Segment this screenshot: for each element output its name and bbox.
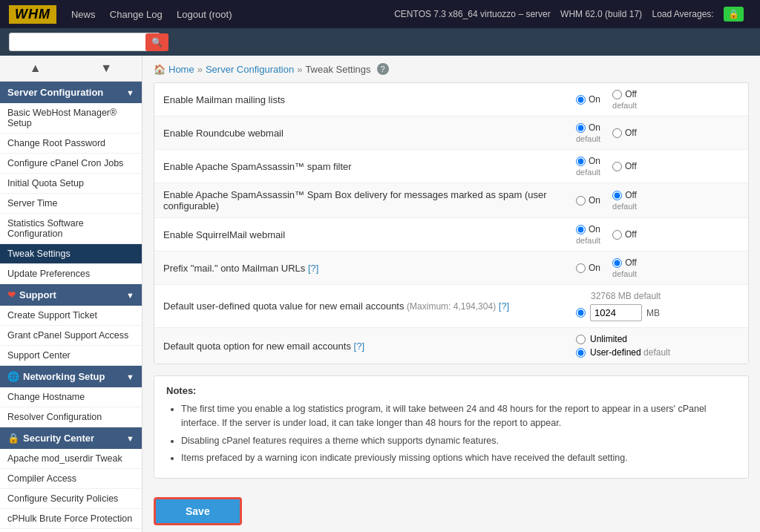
spamassassin-off-radio[interactable] bbox=[612, 162, 622, 171]
sidebar-item-stats-software[interactable]: Statistics Software Configuration bbox=[0, 214, 142, 244]
sidebar-item-tweak-settings[interactable]: Tweak Settings bbox=[0, 244, 142, 264]
default-badge-sa: default bbox=[576, 168, 600, 177]
nav-down-arrow[interactable]: ▼ bbox=[71, 56, 142, 81]
sidebar-item-support-center[interactable]: Support Center bbox=[0, 346, 142, 366]
quota-unlimited-radio[interactable] bbox=[576, 335, 586, 344]
lock-icon: 🔒 bbox=[724, 7, 744, 22]
setting-controls-spambox: On Off default bbox=[576, 190, 739, 211]
setting-label-spamassassin: Enable Apache SpamAssassin™ spam filter bbox=[163, 161, 576, 172]
sidebar-item-cron[interactable]: Configure cPanel Cron Jobs bbox=[0, 154, 142, 174]
quota-option-help-link[interactable]: [?] bbox=[354, 341, 364, 352]
sidebar-item-create-ticket[interactable]: Create Support Ticket bbox=[0, 306, 142, 326]
setting-label-mailman-prefix: Prefix "mail." onto Mailman URLs [?] bbox=[163, 263, 576, 274]
chevron-down-icon-security: ▼ bbox=[126, 434, 134, 443]
mailman-on-radio[interactable] bbox=[576, 95, 586, 105]
sidebar-item-compiler-access[interactable]: Compiler Access bbox=[0, 469, 142, 489]
squirrelmail-on-radio[interactable] bbox=[576, 225, 586, 234]
quota-help-link[interactable]: [?] bbox=[499, 301, 509, 312]
sidebar-item-host-access[interactable]: Host Access Control bbox=[0, 529, 142, 532]
sidebar-item-resolver[interactable]: Resolver Configuration bbox=[0, 407, 142, 427]
home-icon: 🏠 bbox=[154, 64, 166, 75]
search-button[interactable]: 🔍 bbox=[145, 33, 168, 51]
help-icon[interactable]: ? bbox=[377, 63, 389, 75]
breadcrumb-current: Tweak Settings bbox=[305, 64, 370, 75]
quota-userdefined-default: default bbox=[643, 347, 670, 358]
server-info: CENTOS 7.3 x86_64 virtuozzo – server WHM… bbox=[394, 9, 751, 19]
nav-logout[interactable]: Logout (root) bbox=[177, 9, 232, 20]
table-row: Enable Apache SpamAssassin™ spam filter … bbox=[154, 150, 748, 183]
roundcube-off-radio[interactable] bbox=[612, 128, 622, 138]
save-section: Save bbox=[154, 490, 749, 532]
sidebar-item-apache-mod[interactable]: Apache mod_userdir Tweak bbox=[0, 449, 142, 469]
topbar-nav: News Change Log Logout (root) bbox=[71, 9, 243, 20]
mailman-off-radio[interactable] bbox=[612, 90, 622, 99]
sidebar-item-grant-access[interactable]: Grant cPanel Support Access bbox=[0, 326, 142, 346]
security-label: Security Center bbox=[23, 433, 126, 444]
breadcrumb-server-config[interactable]: Server Configuration bbox=[206, 64, 294, 75]
topbar: WHM News Change Log Logout (root) CENTOS… bbox=[0, 0, 760, 28]
mailman-prefix-help-link[interactable]: [?] bbox=[308, 263, 318, 274]
chevron-down-icon: ▼ bbox=[126, 88, 134, 97]
roundcube-on-radio[interactable] bbox=[576, 123, 586, 133]
default-badge-mailman: default bbox=[612, 101, 637, 110]
nav-up-arrow[interactable]: ▲ bbox=[0, 56, 71, 81]
sidebar-item-security-policies[interactable]: Configure Security Policies bbox=[0, 489, 142, 509]
squirrelmail-off-radio[interactable] bbox=[612, 230, 622, 240]
sidebar-item-change-root[interactable]: Change Root Password bbox=[0, 134, 142, 154]
breadcrumb: 🏠 Home » Server Configuration » Tweak Se… bbox=[154, 63, 749, 75]
radio-on-col-mailman: On bbox=[576, 94, 600, 105]
navbar: 🔍 bbox=[0, 28, 760, 56]
settings-table: Enable Mailman mailing lists On Off bbox=[154, 82, 749, 364]
sidebar-item-server-time[interactable]: Server Time bbox=[0, 194, 142, 214]
quota-custom-radio[interactable] bbox=[576, 308, 586, 318]
search-input[interactable] bbox=[9, 33, 160, 51]
spambox-on-radio[interactable] bbox=[576, 196, 586, 206]
table-row: Default quota option for new email accou… bbox=[154, 328, 748, 364]
quota-userdefined-radio[interactable] bbox=[576, 348, 586, 358]
nav-changelog[interactable]: Change Log bbox=[110, 9, 163, 20]
spamassassin-on-radio[interactable] bbox=[576, 157, 586, 166]
setting-controls-mailman: On Off default bbox=[576, 89, 739, 110]
setting-label-mailman: Enable Mailman mailing lists bbox=[163, 94, 576, 105]
sidebar-section-server-config[interactable]: Server Configuration ▼ bbox=[0, 82, 142, 103]
default-badge-spambox: default bbox=[612, 202, 637, 211]
table-row: Prefix "mail." onto Mailman URLs [?] On … bbox=[154, 252, 748, 285]
mailman-prefix-off-radio[interactable] bbox=[612, 258, 622, 268]
notes-list: The first time you enable a log statisti… bbox=[166, 402, 736, 465]
breadcrumb-home[interactable]: Home bbox=[168, 64, 194, 75]
list-item: Disabling cPanel features requires a the… bbox=[181, 434, 736, 448]
setting-label-quota-option: Default quota option for new email accou… bbox=[163, 341, 576, 352]
spambox-off-radio[interactable] bbox=[612, 191, 622, 200]
mailman-prefix-on-radio[interactable] bbox=[576, 263, 586, 273]
sidebar-item-hostname[interactable]: Change Hostname bbox=[0, 387, 142, 407]
radio-off-mailman[interactable]: Off bbox=[612, 89, 637, 99]
sidebar-item-cphulk[interactable]: cPHulk Brute Force Protection bbox=[0, 509, 142, 529]
sidebar-section-networking[interactable]: 🌐 Networking Setup ▼ bbox=[0, 366, 142, 387]
radio-off-col-mailman: Off default bbox=[612, 89, 637, 110]
setting-label-quota: Default user-defined quota value for new… bbox=[163, 301, 576, 312]
table-row: Enable Roundcube webmail On default Off bbox=[154, 116, 748, 150]
nav-news[interactable]: News bbox=[71, 9, 96, 20]
server-config-label: Server Configuration bbox=[7, 87, 103, 98]
quota-value-input[interactable]: 1024 bbox=[590, 304, 642, 321]
sidebar-item-quota[interactable]: Initial Quota Setup bbox=[0, 174, 142, 194]
radio-off-col-roundcube: Off bbox=[612, 128, 637, 138]
sidebar-item-basic-setup[interactable]: Basic WebHost Manager® Setup bbox=[0, 103, 142, 134]
sidebar-section-support[interactable]: ❤ Support ▼ bbox=[0, 284, 142, 306]
radio-on-mailman[interactable]: On bbox=[576, 94, 600, 105]
setting-controls-mailman-prefix: On Off default bbox=[576, 257, 739, 278]
nav-arrows: ▲ ▼ bbox=[0, 56, 142, 82]
default-badge-squirrelmail: default bbox=[576, 236, 600, 245]
list-item: The first time you enable a log statisti… bbox=[181, 402, 736, 430]
sidebar: ▲ ▼ Server Configuration ▼ Basic WebHost… bbox=[0, 56, 142, 532]
quota-controls: 32768 MB default 1024 MB bbox=[576, 291, 739, 321]
quota-option-controls: Unlimited User-defined default bbox=[576, 334, 739, 358]
sidebar-section-security[interactable]: 🔒 Security Center ▼ bbox=[0, 427, 142, 449]
table-row: Enable Mailman mailing lists On Off bbox=[154, 83, 748, 116]
setting-controls-spamassassin: On default Off bbox=[576, 156, 739, 177]
setting-label-roundcube: Enable Roundcube webmail bbox=[163, 128, 576, 139]
quota-default-text: 32768 MB default bbox=[576, 291, 739, 301]
save-button[interactable]: Save bbox=[154, 497, 242, 525]
sidebar-item-update-prefs[interactable]: Update Preferences bbox=[0, 264, 142, 284]
table-row: Enable Apache SpamAssassin™ Spam Box del… bbox=[154, 183, 748, 218]
